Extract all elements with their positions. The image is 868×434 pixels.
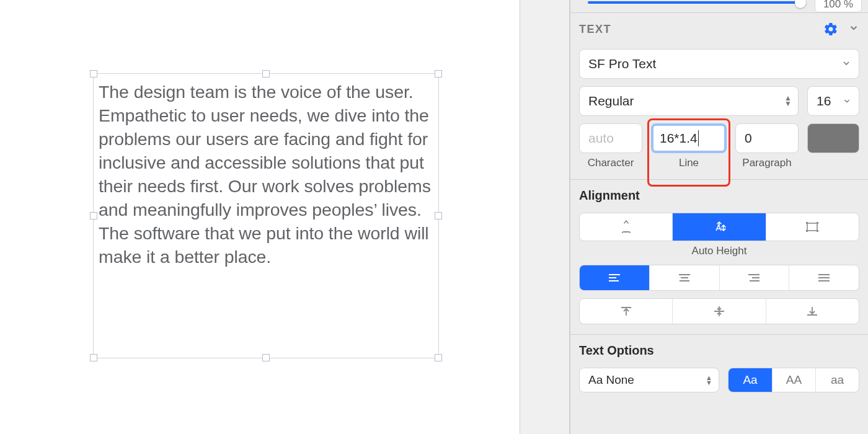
chevron-down-icon xyxy=(843,94,851,108)
text-color-swatch[interactable] xyxy=(807,123,859,153)
case-title-button[interactable]: Aa xyxy=(728,368,772,392)
line-height-value[interactable]: 16*1.4 xyxy=(660,131,698,146)
resize-handle-bottom-right[interactable] xyxy=(435,354,442,361)
text-options-section: Text Options Aa None ▲▼ Aa AA aa xyxy=(570,334,868,392)
opacity-slider-knob[interactable] xyxy=(795,0,806,8)
text-section: TEXT SF Pro Text xyxy=(570,12,868,179)
opacity-slider-track[interactable] xyxy=(588,1,799,4)
align-right-button[interactable] xyxy=(719,265,789,290)
text-case-segmented[interactable]: Aa AA aa xyxy=(728,368,859,392)
paragraph-spacing-input[interactable] xyxy=(735,123,799,153)
canvas[interactable]: The design team is the voice of the user… xyxy=(0,0,569,434)
resize-handle-top-center[interactable] xyxy=(262,70,270,78)
font-weight-select[interactable]: Regular ▲▼ xyxy=(579,86,799,116)
stepper-icon: ▲▼ xyxy=(784,95,792,107)
paragraph-spacing-label: Paragraph xyxy=(735,157,799,169)
alignment-title: Alignment xyxy=(579,188,859,203)
resize-handle-bottom-left[interactable] xyxy=(90,354,97,361)
case-upper-button[interactable]: AA xyxy=(772,368,815,392)
resize-handle-top-left[interactable] xyxy=(90,70,97,78)
text-options-title: Text Options xyxy=(579,343,859,358)
alignment-section: Alignment xyxy=(570,179,868,334)
sizing-auto-height-button[interactable] xyxy=(672,213,765,241)
pasteboard-edge xyxy=(520,0,569,434)
svg-rect-3 xyxy=(807,223,817,231)
valign-middle-button[interactable] xyxy=(672,299,765,324)
line-height-label: Line xyxy=(651,157,727,169)
font-family-value: SF Pro Text xyxy=(588,56,656,71)
svg-rect-7 xyxy=(817,230,818,232)
gear-icon[interactable] xyxy=(823,22,838,37)
text-transform-select[interactable]: Aa None ▲▼ xyxy=(579,368,719,392)
selected-text-frame[interactable]: The design team is the voice of the user… xyxy=(93,73,439,358)
stepper-icon: ▲▼ xyxy=(706,375,712,385)
svg-rect-6 xyxy=(806,230,808,232)
sizing-caption: Auto Height xyxy=(579,245,859,257)
text-transform-value: Aa None xyxy=(588,373,634,387)
horizontal-align-segmented[interactable] xyxy=(579,265,859,291)
resize-handle-bottom-center[interactable] xyxy=(262,354,270,361)
character-spacing-input[interactable] xyxy=(579,123,642,153)
opacity-readout[interactable]: 100 % xyxy=(815,0,862,12)
text-section-title: TEXT xyxy=(579,23,611,36)
svg-rect-4 xyxy=(806,222,808,224)
character-spacing-label: Character xyxy=(579,157,642,169)
font-size-value: 16 xyxy=(817,94,831,108)
valign-top-button[interactable] xyxy=(580,299,672,324)
text-content[interactable]: The design team is the voice of the user… xyxy=(94,74,438,273)
align-center-button[interactable] xyxy=(649,265,719,290)
valign-bottom-button[interactable] xyxy=(766,299,859,324)
font-family-select[interactable]: SF Pro Text xyxy=(579,49,859,79)
resize-handle-middle-left[interactable] xyxy=(90,212,97,219)
text-sizing-segmented[interactable] xyxy=(579,213,859,241)
resize-handle-middle-right[interactable] xyxy=(435,212,442,219)
chevron-down-icon xyxy=(841,56,851,71)
svg-point-1 xyxy=(626,232,626,232)
paragraph-spacing-value[interactable] xyxy=(745,131,789,146)
collapse-section-chevron-icon[interactable] xyxy=(848,22,859,37)
sizing-fixed-button[interactable] xyxy=(580,213,672,241)
vertical-align-segmented[interactable] xyxy=(579,298,859,324)
svg-point-0 xyxy=(624,232,624,232)
resize-handle-top-right[interactable] xyxy=(435,70,442,78)
sizing-auto-width-button[interactable] xyxy=(766,213,859,241)
line-height-input[interactable]: 16*1.4 xyxy=(651,123,727,153)
font-size-select[interactable]: 16 xyxy=(807,86,859,116)
opacity-slider-row: 100 % xyxy=(570,0,868,12)
inspector-panel: 100 % TEXT SF Pro Text xyxy=(569,0,868,434)
svg-point-2 xyxy=(627,232,628,232)
svg-rect-5 xyxy=(817,222,818,224)
align-justify-button[interactable] xyxy=(789,265,859,290)
character-spacing-value[interactable] xyxy=(588,131,633,146)
font-weight-value: Regular xyxy=(588,94,634,108)
align-left-button[interactable] xyxy=(580,265,649,290)
case-lower-button[interactable]: aa xyxy=(815,368,859,392)
text-caret xyxy=(698,130,699,146)
